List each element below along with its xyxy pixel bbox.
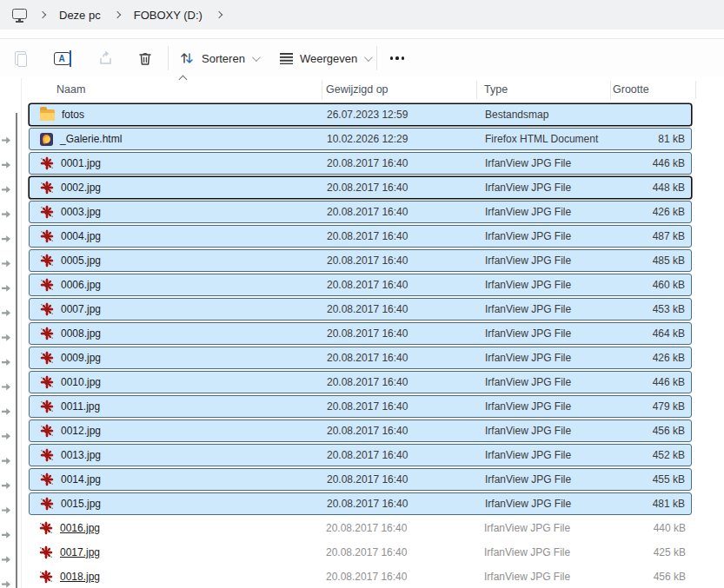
file-row[interactable]: 0002.jpg20.08.2017 16:40IrfanView JPG Fi… [29, 176, 692, 199]
breadcrumb-item-deze-pc[interactable]: Deze pc [51, 4, 109, 26]
delete-button[interactable] [132, 45, 158, 71]
nav-pane-chevron-icon[interactable] [2, 334, 10, 341]
file-name-cell: 0016.jpg [39, 517, 100, 539]
nav-pane-chevron-icon[interactable] [2, 407, 10, 415]
file-size: 487 kB [653, 230, 685, 242]
file-size: 456 kB [654, 571, 686, 583]
nav-pane-chevron-icon[interactable] [2, 235, 10, 243]
irfanview-jpg-icon [40, 229, 54, 243]
nav-pane-chevron-icon[interactable] [2, 161, 10, 168]
file-modified: 26.07.2023 12:59 [327, 109, 408, 121]
rename-button[interactable]: A [49, 45, 75, 71]
file-name-cell: 0009.jpg [40, 347, 101, 368]
paste-button[interactable] [7, 45, 33, 71]
file-type: IrfanView JPG File [485, 473, 571, 486]
file-name-cell: 0002.jpg [40, 177, 101, 198]
pane-scrollbar[interactable] [16, 113, 17, 588]
file-row[interactable]: 0003.jpg20.08.2017 16:40IrfanView JPG Fi… [29, 201, 692, 223]
nav-pane-chevron-icon[interactable] [2, 580, 10, 588]
nav-pane-chevron-icon[interactable] [2, 284, 10, 292]
nav-pane-chevron-icon[interactable] [2, 309, 10, 317]
file-row[interactable]: 0017.jpg20.08.2017 16:40IrfanView JPG Fi… [29, 541, 692, 564]
file-name: 0006.jpg [61, 279, 101, 291]
irfanview-jpg-icon [40, 351, 54, 365]
file-name-cell: 0006.jpg [40, 274, 101, 295]
file-name: 0017.jpg [60, 546, 100, 558]
file-row[interactable]: 0005.jpg20.08.2017 16:40IrfanView JPG Fi… [29, 249, 692, 272]
file-name-cell: 0001.jpg [40, 153, 101, 174]
file-row[interactable]: 0009.jpg20.08.2017 16:40IrfanView JPG Fi… [29, 347, 692, 369]
this-pc-monitor-icon[interactable] [12, 9, 27, 19]
nav-pane-chevron-icon[interactable] [2, 506, 10, 514]
file-modified: 20.08.2017 16:40 [327, 206, 408, 218]
explorer-window: Deze pc FOBOXY (D:) A [0, 0, 724, 588]
more-options-button[interactable] [384, 45, 410, 71]
file-row[interactable]: 0011.jpg20.08.2017 16:40IrfanView JPG Fi… [29, 395, 692, 418]
file-row[interactable]: 0006.jpg20.08.2017 16:40IrfanView JPG Fi… [29, 274, 692, 296]
file-modified: 20.08.2017 16:40 [327, 327, 408, 340]
column-header-naam[interactable]: Naam [56, 83, 85, 96]
sort-button[interactable]: Sorteren [179, 45, 258, 71]
file-size: 440 kB [654, 522, 686, 534]
irfanview-jpg-icon [40, 278, 54, 292]
trash-icon [137, 50, 153, 67]
file-row[interactable]: 0012.jpg20.08.2017 16:40IrfanView JPG Fi… [29, 420, 692, 442]
file-name-cell: 0011.jpg [40, 396, 100, 417]
nav-pane-chevron-icon[interactable] [2, 210, 10, 218]
column-divider[interactable] [476, 81, 477, 99]
file-modified: 20.08.2017 16:40 [326, 546, 407, 558]
file-list: fotos26.07.2023 12:59Bestandsmap_Galerie… [29, 103, 692, 588]
file-modified: 20.08.2017 16:40 [327, 473, 408, 486]
file-row[interactable]: 0014.jpg20.08.2017 16:40IrfanView JPG Fi… [29, 468, 692, 491]
nav-pane-chevron-icon[interactable] [2, 457, 10, 465]
column-header-grootte[interactable]: Grootte [613, 83, 649, 96]
file-row[interactable]: 0015.jpg20.08.2017 16:40IrfanView JPG Fi… [29, 492, 692, 515]
view-button[interactable]: Weergeven [280, 45, 370, 71]
nav-pane-chevron-icon[interactable] [2, 433, 10, 440]
breadcrumb-item-drive[interactable]: FOBOXY (D:) [126, 4, 210, 26]
file-row[interactable]: 0008.jpg20.08.2017 16:40IrfanView JPG Fi… [29, 322, 692, 345]
column-divider[interactable] [610, 81, 611, 99]
file-name-cell: 0010.jpg [40, 372, 101, 393]
column-divider[interactable] [695, 81, 696, 99]
breadcrumb-chevron-icon [113, 11, 120, 18]
file-row[interactable]: 0018.jpg20.08.2017 16:40IrfanView JPG Fi… [29, 565, 692, 588]
irfanview-jpg-icon [40, 424, 54, 438]
nav-pane-chevron-icon[interactable] [2, 136, 10, 144]
file-size: 453 kB [653, 303, 685, 315]
nav-pane-chevron-icon[interactable] [2, 556, 10, 564]
file-name: 0011.jpg [61, 400, 100, 413]
file-row[interactable]: 0004.jpg20.08.2017 16:40IrfanView JPG Fi… [29, 225, 692, 248]
column-header-type[interactable]: Type [484, 83, 508, 96]
file-name-cell: 0008.jpg [40, 323, 101, 344]
rename-icon: A [54, 52, 70, 65]
file-row[interactable]: fotos26.07.2023 12:59Bestandsmap [29, 103, 692, 126]
share-button[interactable] [92, 45, 118, 71]
file-size: 479 kB [653, 400, 685, 413]
file-row[interactable]: _Galerie.html10.02.2026 12:29Firefox HTM… [29, 128, 692, 150]
nav-pane-chevron-icon[interactable] [2, 482, 10, 490]
nav-pane-chevron-icon[interactable] [2, 531, 10, 538]
irfanview-jpg-icon [40, 472, 54, 486]
file-row[interactable]: 0016.jpg20.08.2017 16:40IrfanView JPG Fi… [29, 517, 692, 539]
irfanview-jpg-icon [40, 254, 54, 268]
file-type: IrfanView JPG File [485, 157, 571, 169]
nav-pane-chevron-icon[interactable] [2, 359, 10, 367]
nav-pane-chevron-icon[interactable] [2, 383, 10, 391]
file-name-cell: 0004.jpg [40, 226, 101, 247]
nav-pane-chevron-icon[interactable] [2, 260, 10, 268]
nav-pane-chevron-icon[interactable] [2, 186, 10, 194]
breadcrumb-chevron-icon[interactable] [216, 11, 223, 18]
file-name: _Galerie.html [60, 133, 122, 145]
file-name: 0010.jpg [61, 376, 101, 388]
list-view-icon [280, 53, 293, 64]
column-divider[interactable] [322, 81, 322, 99]
file-size: 455 kB [653, 473, 685, 486]
file-row[interactable]: 0010.jpg20.08.2017 16:40IrfanView JPG Fi… [29, 371, 692, 393]
file-row[interactable]: 0007.jpg20.08.2017 16:40IrfanView JPG Fi… [29, 298, 692, 320]
file-row[interactable]: 0013.jpg20.08.2017 16:40IrfanView JPG Fi… [29, 444, 692, 466]
file-row[interactable]: 0001.jpg20.08.2017 16:40IrfanView JPG Fi… [29, 152, 692, 175]
column-header-gewijzigd[interactable]: Gewijzigd op [326, 83, 389, 96]
file-modified: 20.08.2017 16:40 [327, 303, 408, 315]
file-modified: 20.08.2017 16:40 [327, 279, 408, 291]
